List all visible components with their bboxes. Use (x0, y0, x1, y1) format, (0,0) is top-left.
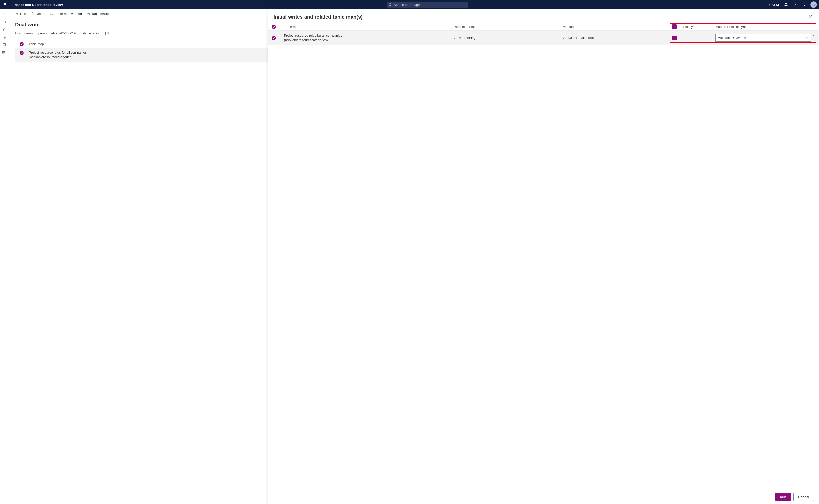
panel-select-all-checkbox[interactable] (272, 25, 276, 29)
help-icon[interactable] (800, 0, 808, 9)
col-initial-sync-label: Initial sync (681, 25, 696, 29)
svg-rect-8 (7, 6, 7, 6)
not-running-icon (453, 36, 457, 40)
select-all-checkbox[interactable] (20, 42, 24, 46)
panel-row-version: 1.0.0.1 - Microsoft (567, 36, 594, 40)
action-table-mappings[interactable]: Table mappi (86, 12, 109, 16)
svg-rect-1 (5, 3, 6, 4)
home-icon[interactable] (0, 18, 8, 25)
action-table-map-version[interactable]: 123 Table map version (50, 12, 82, 16)
company-picker[interactable]: USPM (767, 3, 781, 7)
col-version[interactable]: Version (563, 25, 672, 29)
svg-rect-7 (5, 6, 6, 6)
settings-icon[interactable] (791, 0, 799, 9)
svg-rect-3 (4, 4, 5, 5)
svg-point-12 (804, 5, 804, 6)
svg-rect-4 (5, 4, 6, 5)
col-status[interactable]: Table map status (453, 25, 563, 29)
user-avatar[interactable]: AD (810, 1, 817, 8)
global-search[interactable]: Search for a page (386, 2, 468, 8)
left-nav-rail (0, 9, 8, 504)
col-table-map[interactable]: Table map (284, 25, 453, 29)
svg-rect-27 (87, 13, 90, 15)
panel-row-checkbox[interactable] (272, 36, 276, 40)
environment-label-row: Environment: operations-tsahal2-230619.c… (15, 31, 114, 35)
svg-rect-17 (3, 44, 6, 46)
initial-writes-panel: Initial writes and related table map(s) … (268, 9, 819, 504)
sort-asc-icon: ↑ (45, 42, 47, 46)
close-icon[interactable] (807, 14, 813, 20)
app-launcher-icon[interactable] (1, 0, 10, 9)
row-title: Project resource roles for all companies (29, 50, 87, 55)
notifications-icon[interactable] (782, 0, 790, 9)
svg-point-11 (795, 4, 796, 5)
app-title: Finance and Operations Preview (10, 3, 63, 7)
panel-row-status: Not running (458, 36, 475, 40)
global-search-placeholder: Search for a page (393, 3, 420, 7)
chevron-down-icon (806, 37, 809, 39)
panel-title: Initial writes and related table map(s) (273, 14, 362, 20)
row-checkbox[interactable] (20, 51, 24, 55)
panel-table-header: Table map Table map status Version Initi… (268, 23, 819, 31)
action-delete[interactable]: Delete (31, 12, 45, 16)
panel-row-subname: (bookableresourcecategories) (284, 38, 342, 42)
suite-nav: Finance and Operations Preview Search fo… (0, 0, 819, 9)
master-for-initial-sync-select[interactable]: Microsoft Dataverse (715, 34, 811, 42)
lock-icon (563, 36, 566, 39)
workspaces-icon[interactable] (0, 41, 8, 48)
svg-rect-6 (4, 6, 5, 6)
column-table-map[interactable]: Table map (29, 42, 44, 46)
nav-expand-icon[interactable] (0, 11, 8, 18)
panel-table-row[interactable]: Project resource roles for all companies… (268, 31, 819, 45)
svg-rect-2 (7, 3, 7, 4)
svg-rect-0 (4, 3, 5, 4)
row-subtitle: (bookableresourcecategories) (29, 55, 87, 59)
environment-value[interactable]: operations-tsahal2-230619.crm.dynamics.c… (37, 31, 114, 35)
initial-sync-row-checkbox[interactable] (672, 36, 677, 40)
svg-rect-5 (7, 4, 7, 5)
required-indicator: * (813, 35, 814, 38)
initial-sync-header-checkbox[interactable] (672, 24, 677, 29)
cancel-button[interactable]: Cancel (793, 493, 814, 501)
panel-row-name: Project resource roles for all companies (284, 33, 342, 38)
svg-text:123: 123 (51, 13, 53, 15)
action-run[interactable]: Run (15, 12, 26, 16)
run-button[interactable]: Run (775, 493, 791, 501)
recent-icon[interactable] (0, 34, 8, 41)
favorites-icon[interactable] (0, 26, 8, 33)
svg-line-10 (391, 5, 392, 6)
modules-icon[interactable] (0, 49, 8, 56)
svg-point-9 (389, 3, 391, 5)
svg-rect-32 (563, 38, 565, 39)
col-master[interactable]: Master for initial sync (715, 25, 815, 29)
